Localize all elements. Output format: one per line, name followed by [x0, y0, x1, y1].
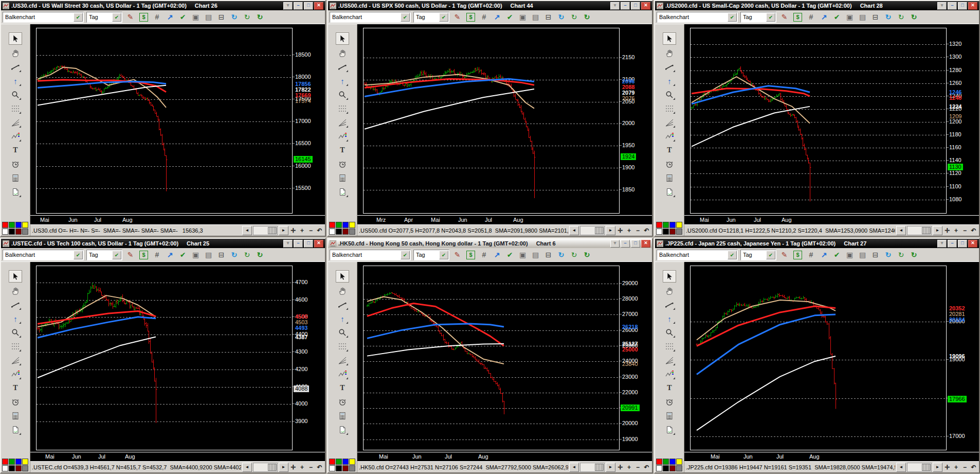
- period-select[interactable]: Tag ✔: [740, 12, 776, 23]
- window-menu-button[interactable]: ▾: [610, 2, 620, 10]
- fan-lines-tool[interactable]: [9, 355, 22, 366]
- scrollbar-track[interactable]: [907, 226, 932, 235]
- send-page-tool[interactable]: [9, 424, 22, 435]
- chevron-down-icon[interactable]: ✔: [112, 251, 121, 259]
- arrow-up-tool[interactable]: ↑: [9, 313, 22, 324]
- text-tool[interactable]: T: [9, 145, 22, 156]
- palette-color-swatch[interactable]: [342, 229, 349, 235]
- palette-color-swatch[interactable]: [349, 222, 355, 228]
- chart-trader-icon[interactable]: ✎: [779, 250, 790, 260]
- chart-canvas[interactable]: [691, 266, 946, 450]
- palette-color-swatch[interactable]: [349, 465, 355, 471]
- scroll-left-button[interactable]: ◄: [569, 226, 579, 235]
- print-icon[interactable]: ⊟: [216, 250, 227, 260]
- scrollbar-thumb[interactable]: [268, 464, 277, 471]
- period-select[interactable]: Tag ✔: [413, 250, 449, 260]
- alarm-tool[interactable]: [336, 396, 349, 408]
- confirm-drawing-icon[interactable]: ✔: [177, 12, 188, 23]
- palette-color-swatch[interactable]: [656, 229, 662, 235]
- undo-zoom-button[interactable]: ↶: [970, 227, 977, 234]
- fibonacci-retracement-tool[interactable]: [9, 341, 22, 352]
- print-icon[interactable]: ⊟: [870, 250, 881, 260]
- window-menu-button[interactable]: ▾: [610, 240, 620, 248]
- zoom-in-button[interactable]: +: [298, 227, 306, 234]
- window-menu-button[interactable]: ▾: [283, 240, 293, 248]
- undo-zoom-button[interactable]: ↶: [643, 227, 650, 234]
- scroll-right-button[interactable]: ►: [279, 226, 288, 235]
- maximize-button[interactable]: □: [304, 2, 313, 10]
- confirm-drawing-icon[interactable]: ✔: [831, 250, 842, 260]
- title-bar[interactable]: .US500.cfd - US SPX 500 cash, US Dollar …: [328, 1, 652, 10]
- zoom-tool[interactable]: [663, 89, 676, 100]
- chart-canvas[interactable]: [37, 28, 292, 213]
- palette-color-swatch[interactable]: [2, 229, 8, 235]
- palette-color-swatch[interactable]: [9, 459, 15, 465]
- print-icon[interactable]: ⊟: [216, 12, 227, 23]
- pan-mode-button[interactable]: ✛: [943, 227, 951, 234]
- zoom-in-button[interactable]: +: [298, 464, 306, 471]
- close-button[interactable]: ✕: [968, 240, 977, 248]
- close-button[interactable]: ✕: [314, 240, 323, 248]
- zoom-in-button[interactable]: +: [952, 464, 960, 471]
- pan-mode-button[interactable]: ✛: [616, 464, 624, 471]
- zigzag-tool[interactable]: [663, 368, 676, 380]
- close-button[interactable]: ✕: [314, 2, 323, 10]
- scroll-right-button[interactable]: ►: [933, 463, 942, 472]
- arrow-up-tool[interactable]: ↑: [663, 313, 676, 324]
- palette-color-swatch[interactable]: [15, 465, 22, 471]
- chevron-down-icon[interactable]: ✔: [766, 13, 775, 22]
- title-bar[interactable]: .US30.cfd - US Wall Street 30 cash, US D…: [1, 1, 325, 10]
- indicator-icon[interactable]: ↗: [492, 250, 502, 260]
- month-axis[interactable]: MaiJunJulAug: [30, 215, 325, 224]
- detach-window-icon[interactable]: ▣: [844, 12, 855, 23]
- palette-color-swatch[interactable]: [9, 465, 15, 471]
- confirm-drawing-icon[interactable]: ✔: [831, 12, 842, 23]
- indicator-icon[interactable]: ↗: [819, 250, 829, 260]
- reload-icon[interactable]: ↻: [556, 250, 567, 260]
- plot-area[interactable]: [36, 28, 293, 214]
- month-axis[interactable]: MaiJunJulAug: [684, 215, 979, 224]
- auto-refresh-alt-icon[interactable]: ↻: [582, 250, 592, 260]
- text-tool[interactable]: T: [336, 382, 349, 394]
- calculator-tool[interactable]: [9, 410, 22, 422]
- calculator-tool[interactable]: [336, 172, 349, 184]
- period-select[interactable]: Tag ✔: [413, 12, 449, 23]
- zoom-out-button[interactable]: −: [634, 464, 642, 471]
- arrow-up-tool[interactable]: ↑: [336, 313, 349, 324]
- pointer-tool[interactable]: [9, 270, 22, 283]
- scroll-right-button[interactable]: ►: [279, 463, 288, 472]
- zoom-tool[interactable]: [336, 89, 349, 100]
- scroll-left-button[interactable]: ◄: [569, 463, 579, 472]
- pan-mode-button[interactable]: ✛: [289, 464, 297, 471]
- template-icon[interactable]: ▤: [857, 250, 868, 260]
- palette-color-swatch[interactable]: [342, 465, 349, 471]
- chart-canvas[interactable]: [364, 28, 619, 213]
- text-tool[interactable]: T: [663, 382, 676, 394]
- alarm-tool[interactable]: [663, 396, 676, 408]
- palette-color-swatch[interactable]: [676, 459, 682, 465]
- minimize-button[interactable]: –: [948, 2, 957, 10]
- scrollbar-thumb[interactable]: [922, 464, 931, 471]
- chart-trader-icon[interactable]: ✎: [452, 12, 463, 23]
- zoom-tool[interactable]: [9, 327, 22, 338]
- zigzag-tool[interactable]: [9, 131, 22, 142]
- auto-refresh-icon[interactable]: ↻: [569, 250, 579, 260]
- palette-color-swatch[interactable]: [9, 229, 15, 235]
- palette-color-swatch[interactable]: [669, 459, 676, 465]
- plot-area[interactable]: [690, 28, 947, 214]
- detach-window-icon[interactable]: ▣: [190, 12, 201, 23]
- chart-canvas[interactable]: [691, 28, 946, 213]
- money-order-icon[interactable]: $: [139, 251, 148, 259]
- price-axis[interactable]: 4700460045004400430042004100400039004505…: [293, 262, 325, 452]
- maximize-button[interactable]: □: [631, 2, 640, 10]
- scrollbar-thumb[interactable]: [595, 464, 604, 471]
- undo-zoom-button[interactable]: ↶: [316, 464, 323, 471]
- palette-color-swatch[interactable]: [349, 229, 355, 235]
- alarm-tool[interactable]: [336, 159, 349, 170]
- palette-color-swatch[interactable]: [329, 222, 335, 228]
- price-axis[interactable]: 2900028000270002600025000240002300022000…: [620, 262, 652, 452]
- chevron-down-icon[interactable]: ✔: [74, 13, 83, 22]
- auto-refresh-alt-icon[interactable]: ↻: [909, 250, 919, 260]
- close-button[interactable]: ✕: [641, 2, 650, 10]
- palette-color-swatch[interactable]: [656, 465, 662, 471]
